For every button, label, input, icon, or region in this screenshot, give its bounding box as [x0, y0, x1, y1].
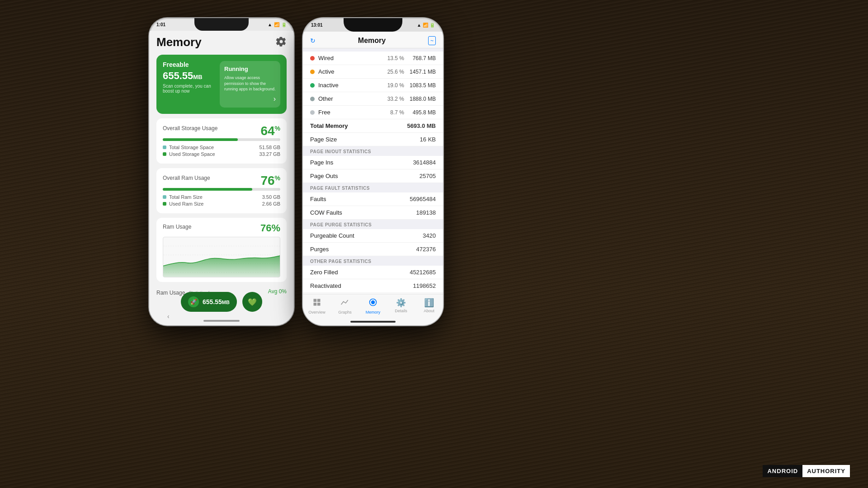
inactive-name: Inactive [318, 82, 382, 89]
overview-icon [312, 298, 321, 309]
other-pct: 33.2 % [382, 96, 404, 102]
reactivated-label: Reactivated [310, 282, 341, 289]
ram-progress-fill [163, 188, 252, 191]
running-arrow-icon[interactable]: › [224, 95, 276, 103]
android-battery-icon: 🔋 [281, 22, 287, 27]
svg-rect-7 [317, 303, 321, 306]
storage-section: Overall Storage Usage 64% Total Storage … [156, 118, 287, 164]
running-label: Running [224, 66, 276, 72]
wired-dot [310, 56, 315, 61]
page-inout-header: PAGE IN/OUT STATISTICS [303, 146, 443, 156]
iphone-refresh-icon[interactable]: ↻ [310, 37, 316, 44]
page-outs-value: 25705 [420, 173, 436, 179]
iphone-battery-icon: 🔋 [429, 23, 435, 28]
iphone-tab-bar: Overview Graphs Memory ⚙️ Details [303, 294, 443, 325]
android-app-title: Memory [156, 35, 202, 49]
memory-row-wired: Wired 13.5 % 768.7 MB [303, 52, 443, 65]
storage-percentage: 64% [260, 124, 280, 138]
android-app: Memory Freeable 655.55MB Scan comp [149, 31, 294, 303]
svg-point-9 [371, 300, 375, 304]
memory-row-inactive: Inactive 19.0 % 1083.5 MB [303, 79, 443, 92]
android-time: 1:01 [156, 22, 165, 27]
iphone-wifi-icon: 📶 [423, 23, 428, 28]
inactive-pct: 19.0 % [382, 82, 404, 89]
active-dot [310, 70, 315, 74]
tab-about-label: About [424, 309, 434, 313]
storage-total-dot [163, 145, 166, 149]
iphone-app-title: Memory [316, 37, 428, 45]
iphone-header: ↻ Memory ~ [303, 32, 443, 48]
page-ins-value: 3614884 [413, 159, 436, 166]
android-wifi-icon: 📶 [274, 22, 279, 27]
svg-rect-5 [317, 299, 321, 302]
ram-chart-section: Ram Usage 76% [156, 218, 287, 282]
active-pct: 25.6 % [382, 69, 404, 75]
ram-used-dot [163, 202, 166, 206]
free-dot [310, 110, 315, 115]
watermark-android-text: ANDROID [763, 465, 802, 477]
zero-filled-row: Zero Filled 45212685 [303, 266, 443, 279]
storage-used-row: Used Storage Space 33.27 GB [163, 151, 280, 157]
zero-filled-label: Zero Filled [310, 269, 338, 276]
tab-overview[interactable]: Overview [303, 298, 331, 314]
tab-details[interactable]: ⚙️ Details [387, 298, 415, 313]
heart-button[interactable]: 💚 [242, 292, 262, 312]
active-name: Active [318, 68, 382, 75]
gear-icon[interactable] [276, 36, 287, 49]
ram-percentage: 76% [260, 174, 280, 188]
memory-icon [368, 298, 377, 309]
ram-progress-bg [163, 188, 280, 191]
other-name: Other [318, 95, 382, 102]
running-section[interactable]: Running Allow usage access permission to… [220, 61, 280, 108]
about-icon: ℹ️ [424, 298, 434, 308]
iphone-home-indicator [350, 321, 396, 323]
tab-overview-label: Overview [308, 310, 326, 314]
other-dot [310, 97, 315, 101]
boost-button[interactable]: 🚀 655.55MB [181, 292, 237, 312]
android-screen: Memory Freeable 655.55MB Scan comp [149, 31, 294, 325]
boost-bar: 🚀 655.55MB 💚 [181, 292, 262, 312]
page-size-label: Page Size [310, 136, 337, 143]
storage-progress-fill [163, 138, 238, 141]
free-pct: 8.7 % [382, 109, 404, 116]
back-arrow-icon[interactable]: ‹ [167, 313, 170, 320]
total-memory-label: Total Memory [310, 122, 348, 129]
watermark: ANDROID AUTHORITY [763, 465, 850, 477]
storage-total-row: Total Storage Space 51.58 GB [163, 145, 280, 150]
ram-chart [163, 237, 280, 277]
purgeable-count-row: Purgeable Count 3420 [303, 229, 443, 243]
storage-used-dot [163, 152, 166, 156]
iphone-time: 13:01 [311, 23, 323, 28]
page-purge-header: PAGE PURGE STATISTICS [303, 220, 443, 229]
graphs-icon [340, 298, 349, 309]
android-phone: 1:01 ▲ 📶 🔋 Memory [149, 18, 294, 325]
page-outs-label: Page Outs [310, 173, 338, 179]
freeable-running-card: Freeable 655.55MB Scan complete, you can… [156, 55, 287, 114]
iphone-location-icon: ▲ [417, 23, 421, 28]
iphone-chart-icon[interactable]: ~ [428, 36, 436, 45]
ram-section-title: Overall Ram Usage 76% [163, 174, 280, 182]
iphone: 13:01 ▲ 📶 🔋 ↻ Memory ~ [303, 18, 443, 325]
zero-filled-value: 45212685 [410, 269, 436, 276]
ram-total-row: Total Ram Size 3.50 GB [163, 194, 280, 200]
iphone-scroll-content: Wired 13.5 % 768.7 MB Active 25.6 % 1457… [303, 52, 443, 294]
reactivated-row: Reactivated 1198652 [303, 279, 443, 293]
android-header: Memory [156, 35, 287, 49]
faults-label: Faults [310, 196, 326, 202]
tab-memory[interactable]: Memory [359, 298, 387, 314]
free-name: Free [318, 109, 382, 116]
android-notch [194, 18, 249, 31]
total-memory-row: Total Memory 5693.0 MB [303, 119, 443, 133]
wired-name: Wired [318, 55, 382, 61]
iphone-notch [344, 18, 402, 32]
tab-graphs-label: Graphs [338, 310, 352, 314]
details-icon: ⚙️ [396, 298, 406, 308]
tab-graphs[interactable]: Graphs [331, 298, 359, 314]
page-fault-header: PAGE FAULT STATISTICS [303, 183, 443, 192]
inactive-dot [310, 83, 315, 88]
memory-row-free: Free 8.7 % 495.8 MB [303, 106, 443, 119]
free-val: 495.8 MB [404, 109, 436, 116]
freeable-label: Freeable [163, 61, 214, 68]
faults-row: Faults 56965484 [303, 192, 443, 206]
tab-about[interactable]: ℹ️ About [415, 298, 443, 313]
